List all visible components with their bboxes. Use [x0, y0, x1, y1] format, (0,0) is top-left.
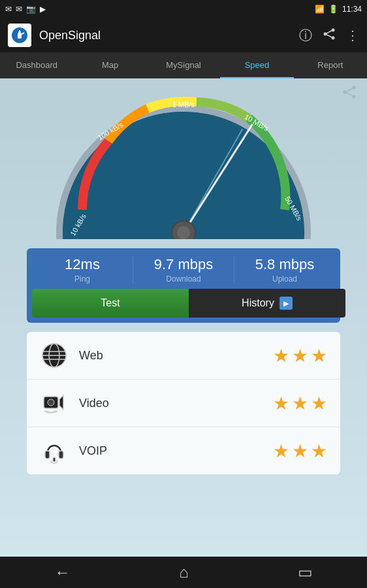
svg-line-6	[327, 31, 332, 33]
svg-rect-36	[53, 457, 56, 462]
svg-point-3	[332, 28, 335, 31]
tab-map[interactable]: Map	[73, 52, 146, 78]
app-bar: OpenSignal ⓘ ⋮	[0, 18, 367, 52]
ping-label: Ping	[32, 274, 133, 284]
stat-upload: 5.8 mbps Upload	[234, 256, 335, 284]
stat-download: 9.7 mbps Download	[133, 256, 234, 284]
quality-row-voip: VOIP ★ ★ ★	[27, 427, 340, 474]
app-logo	[8, 24, 31, 47]
svg-line-12	[346, 93, 353, 96]
voip-label: VOIP	[79, 444, 263, 458]
bottom-nav: ← ⌂ ▭	[0, 557, 367, 588]
download-value: 9.7 mbps	[133, 256, 234, 273]
video-icon	[40, 389, 69, 417]
svg-line-7	[327, 35, 332, 37]
stat-ping: 12ms Ping	[32, 256, 133, 284]
tab-mysignal[interactable]: MySignal	[147, 52, 220, 78]
back-button[interactable]: ←	[54, 563, 70, 581]
play-icon: ▶	[40, 5, 46, 14]
web-label: Web	[79, 349, 263, 363]
speedometer-svg: 10 kB/s 100 kB/s 1 MB/s 10 MB/s 50 MB/s	[46, 89, 321, 239]
main-content: 10 kB/s 100 kB/s 1 MB/s 10 MB/s 50 MB/s …	[0, 78, 367, 557]
ping-value: 12ms	[32, 256, 133, 273]
quality-row-video: Video ★ ★ ★	[27, 379, 340, 427]
quality-card: Web ★ ★ ★ Video ★ ★ ★	[27, 332, 340, 474]
time-display: 11:34	[342, 5, 362, 14]
history-button[interactable]: History ▶	[189, 289, 345, 318]
svg-text:1 MB/s: 1 MB/s	[172, 101, 195, 108]
tab-report[interactable]: Report	[294, 52, 367, 78]
svg-point-5	[332, 36, 335, 39]
app-title: OpenSignal	[39, 29, 291, 42]
video-stars: ★ ★ ★	[273, 393, 327, 414]
home-button[interactable]: ⌂	[179, 563, 189, 581]
video-star-3: ★	[311, 393, 327, 414]
svg-marker-33	[59, 395, 63, 410]
voip-star-1: ★	[273, 440, 289, 462]
history-label: History	[242, 297, 274, 309]
svg-point-8	[353, 86, 356, 90]
video-label: Video	[79, 397, 263, 410]
svg-point-9	[343, 91, 347, 94]
upload-value: 5.8 mbps	[234, 256, 335, 273]
voip-icon	[40, 436, 69, 465]
tab-dashboard[interactable]: Dashboard	[0, 52, 73, 78]
video-star-1: ★	[273, 393, 289, 414]
web-star-2: ★	[292, 345, 308, 367]
wifi-icon: 📶	[315, 5, 325, 14]
svg-point-4	[324, 32, 327, 35]
quality-row-web: Web ★ ★ ★	[27, 332, 340, 379]
test-button[interactable]: Test	[32, 289, 189, 318]
web-star-1: ★	[273, 345, 289, 367]
buttons-row: Test History ▶	[32, 289, 345, 318]
history-arrow-icon: ▶	[279, 297, 293, 310]
recents-button[interactable]: ▭	[298, 563, 313, 581]
voip-star-3: ★	[311, 440, 327, 462]
camera-icon: 📷	[26, 5, 36, 14]
voip-stars: ★ ★ ★	[273, 440, 327, 462]
info-icon[interactable]: ⓘ	[299, 27, 312, 44]
web-star-3: ★	[311, 345, 327, 367]
svg-line-11	[346, 88, 353, 91]
svg-rect-2	[18, 31, 21, 34]
battery-icon: 🔋	[328, 5, 338, 14]
download-label: Download	[133, 274, 234, 284]
svg-rect-34	[45, 451, 50, 459]
svg-point-10	[353, 95, 356, 99]
web-icon	[40, 341, 69, 370]
speedometer: 10 kB/s 100 kB/s 1 MB/s 10 MB/s 50 MB/s	[46, 89, 321, 239]
status-bar: ✉ ✉ 📷 ▶ 📶 🔋 11:34	[0, 0, 367, 18]
tab-speed[interactable]: Speed	[220, 52, 293, 78]
share-icon[interactable]	[323, 27, 336, 44]
status-bar-right: 📶 🔋 11:34	[315, 5, 362, 14]
status-bar-left: ✉ ✉ 📷 ▶	[5, 5, 46, 14]
web-stars: ★ ★ ★	[273, 345, 327, 367]
svg-point-32	[48, 399, 54, 406]
video-star-2: ★	[292, 393, 308, 414]
msg-icon: ✉	[16, 5, 22, 14]
overflow-menu-icon[interactable]: ⋮	[346, 27, 359, 43]
app-bar-actions: ⓘ ⋮	[299, 27, 359, 44]
voip-star-2: ★	[292, 440, 308, 462]
stats-row: 12ms Ping 9.7 mbps Download 5.8 mbps Upl…	[32, 256, 335, 284]
tab-bar: Dashboard Map MySignal Speed Report	[0, 52, 367, 78]
svg-point-24	[177, 226, 190, 239]
gmail-icon: ✉	[5, 5, 12, 14]
stats-panel: 12ms Ping 9.7 mbps Download 5.8 mbps Upl…	[27, 248, 340, 323]
svg-rect-35	[59, 451, 63, 459]
svg-rect-1	[18, 33, 22, 39]
upload-label: Upload	[234, 274, 335, 284]
share-corner-icon[interactable]	[342, 85, 357, 103]
